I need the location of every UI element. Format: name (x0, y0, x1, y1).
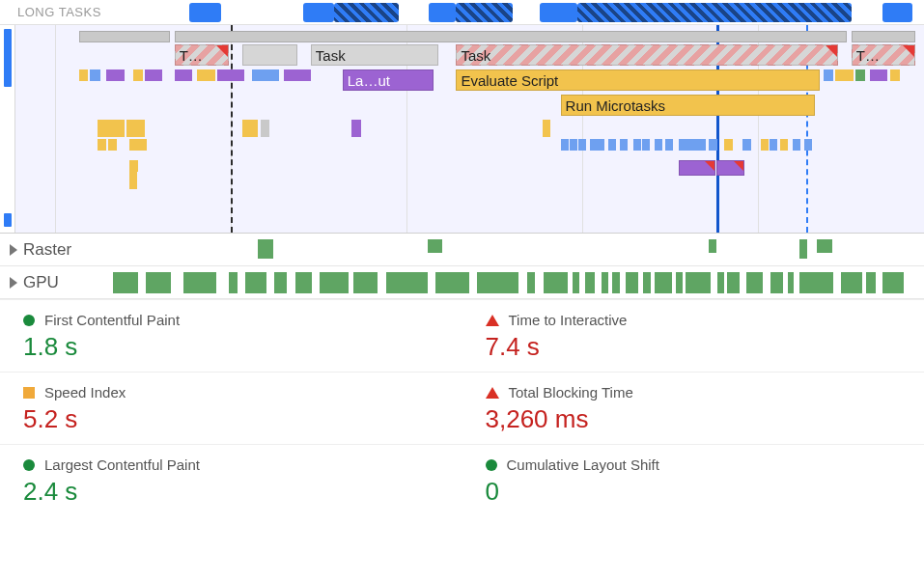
activity-tick (242, 120, 258, 137)
gpu-block[interactable] (113, 272, 138, 293)
activity-tick (570, 139, 577, 151)
gpu-block[interactable] (245, 272, 266, 293)
circle-icon (23, 315, 35, 326)
activity-tick (561, 139, 569, 151)
flame-chart[interactable]: T…TaskTaskT… La…utEvaluate Script Run Mi… (0, 25, 924, 234)
flame-span[interactable] (716, 160, 743, 176)
activity-tick (175, 69, 193, 81)
gpu-block[interactable] (477, 272, 518, 293)
long-task-block[interactable] (429, 3, 456, 22)
activity-tick (890, 69, 899, 81)
flame-span[interactable]: Evaluate Script (456, 69, 819, 91)
gpu-block[interactable] (602, 272, 608, 293)
gpu-track[interactable] (97, 272, 924, 293)
gpu-block[interactable] (882, 272, 903, 293)
activity-tick (679, 139, 706, 151)
gpu-block[interactable] (655, 272, 671, 293)
task-span[interactable]: T… (175, 44, 229, 66)
gpu-block[interactable] (320, 272, 349, 293)
raster-track[interactable] (97, 239, 924, 261)
metric-card[interactable]: Time to Interactive7.4 s (462, 299, 925, 372)
gpu-block[interactable] (527, 272, 536, 293)
flame-span[interactable]: La…ut (343, 69, 434, 91)
long-tasks-label: LONG TASKS (17, 5, 162, 19)
activity-tick (804, 139, 812, 151)
activity-tick (870, 69, 888, 81)
gpu-block[interactable] (799, 272, 832, 293)
metrics-grid: First Contentful Paint1.8 sTime to Inter… (0, 299, 924, 516)
gpu-block[interactable] (727, 272, 740, 293)
activity-tick (709, 139, 717, 151)
square-icon (23, 387, 35, 399)
gpu-row[interactable]: GPU (0, 266, 924, 299)
task-span[interactable]: T… (852, 44, 915, 66)
gpu-block[interactable] (717, 272, 724, 293)
raster-row[interactable]: Raster (0, 234, 924, 266)
metric-value: 2.4 s (23, 477, 443, 507)
gpu-block[interactable] (686, 272, 711, 293)
activity-tick (770, 139, 777, 151)
flame-span[interactable] (79, 31, 170, 42)
task-span[interactable]: Task (311, 44, 438, 66)
gpu-block[interactable] (746, 272, 763, 293)
long-task-block[interactable] (577, 3, 852, 22)
gpu-block[interactable] (274, 272, 287, 293)
gpu-block[interactable] (866, 272, 876, 293)
activity-tick (108, 139, 117, 151)
gpu-block[interactable] (146, 272, 171, 293)
gpu-block[interactable] (676, 272, 683, 293)
activity-tick (793, 139, 800, 151)
gpu-block[interactable] (435, 272, 468, 293)
long-task-block[interactable] (303, 3, 334, 22)
long-task-block[interactable] (189, 3, 221, 22)
activity-tick (126, 120, 145, 137)
metric-card[interactable]: Speed Index5.2 s (0, 372, 462, 444)
activity-tick (642, 139, 650, 151)
activity-tick (252, 69, 279, 81)
flame-span[interactable]: Run Microtasks (561, 95, 815, 116)
metric-value: 1.8 s (23, 332, 443, 362)
raster-toggle[interactable]: Raster (0, 240, 97, 260)
activity-tick (799, 239, 807, 259)
time-marker-dashed[interactable] (231, 25, 233, 233)
task-span[interactable]: Task (456, 44, 837, 66)
activity-tick (709, 239, 716, 253)
activity-tick (98, 139, 106, 151)
activity-tick (825, 239, 832, 253)
flame-span[interactable] (175, 31, 847, 42)
long-task-block[interactable] (456, 3, 513, 22)
gpu-block[interactable] (770, 272, 783, 293)
activity-tick (133, 69, 142, 81)
long-task-block[interactable] (334, 3, 399, 22)
gpu-block[interactable] (585, 272, 595, 293)
gpu-block[interactable] (229, 272, 238, 293)
gpu-block[interactable] (612, 272, 621, 293)
long-task-block[interactable] (882, 3, 913, 22)
gpu-block[interactable] (573, 272, 579, 293)
activity-tick (217, 69, 244, 81)
flame-span[interactable] (679, 160, 715, 176)
flame-gutter (0, 25, 15, 233)
long-tasks-track[interactable] (162, 3, 924, 22)
gpu-block[interactable] (788, 272, 795, 293)
gpu-block[interactable] (386, 272, 428, 293)
flame-span[interactable] (852, 31, 915, 42)
long-task-block[interactable] (540, 3, 577, 22)
metric-card[interactable]: First Contentful Paint1.8 s (0, 299, 462, 372)
gpu-block[interactable] (544, 272, 569, 293)
gpu-block[interactable] (626, 272, 638, 293)
gpu-block[interactable] (183, 272, 216, 293)
metric-card[interactable]: Largest Contentful Paint2.4 s (0, 444, 462, 516)
gpu-toggle[interactable]: GPU (0, 273, 97, 292)
gpu-block[interactable] (841, 272, 861, 293)
gpu-block[interactable] (643, 272, 652, 293)
gpu-block[interactable] (353, 272, 378, 293)
activity-tick (724, 139, 733, 151)
metric-card[interactable]: Cumulative Layout Shift0 (462, 444, 925, 516)
activity-tick (780, 139, 788, 151)
metric-card[interactable]: Total Blocking Time3,260 ms (462, 372, 925, 444)
activity-tick (578, 139, 586, 151)
activity-tick (90, 69, 100, 81)
gpu-block[interactable] (295, 272, 312, 293)
task-span[interactable] (242, 44, 296, 66)
